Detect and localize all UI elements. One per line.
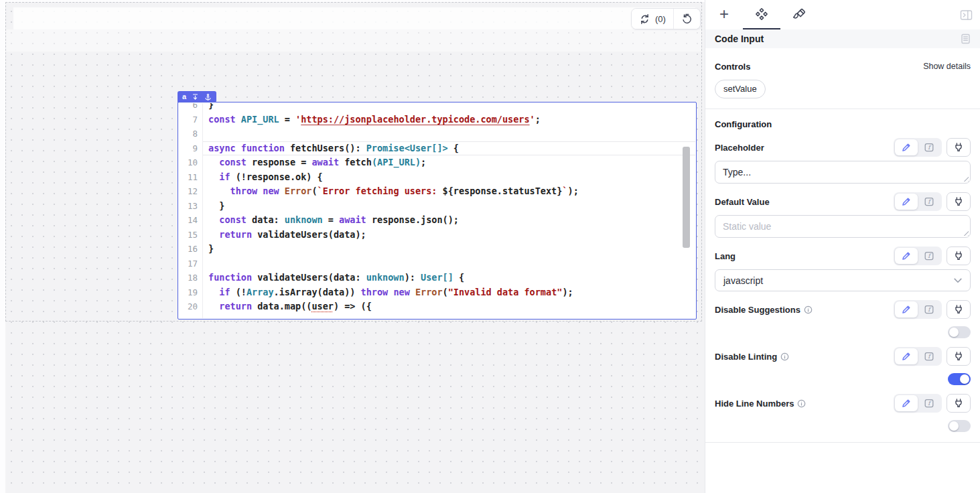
plug-icon bbox=[953, 142, 964, 153]
static-mode-button[interactable] bbox=[895, 395, 918, 411]
property-disable-linting: Disable Linting f bbox=[715, 347, 971, 385]
pencil-icon bbox=[901, 304, 912, 315]
info-icon[interactable] bbox=[780, 352, 789, 361]
binding-mode-segmented: f bbox=[894, 394, 942, 413]
svg-text:f: f bbox=[928, 353, 932, 360]
property-default-value: Default Value f Static value bbox=[715, 192, 971, 238]
method-chip-setvalue[interactable]: setValue bbox=[715, 80, 766, 98]
history-icon bbox=[681, 13, 693, 25]
tab-style[interactable] bbox=[780, 0, 818, 29]
toggle-knob bbox=[949, 421, 959, 431]
bind-data-button[interactable] bbox=[947, 300, 971, 319]
static-mode-button[interactable] bbox=[895, 194, 918, 210]
svg-text:f: f bbox=[928, 144, 932, 151]
code-content[interactable]: }const API_URL = 'https://jsonplaceholde… bbox=[203, 103, 695, 318]
bind-data-button[interactable] bbox=[947, 394, 971, 413]
history-button[interactable] bbox=[674, 9, 700, 29]
placeholder-input[interactable]: Type... bbox=[715, 161, 971, 184]
fx-mode-button[interactable]: f bbox=[918, 139, 940, 155]
widget-name: a bbox=[182, 91, 186, 102]
bind-data-button[interactable] bbox=[947, 246, 971, 265]
fx-mode-button[interactable]: f bbox=[918, 301, 940, 318]
property-control-buttons: f bbox=[894, 394, 971, 413]
svg-text:f: f bbox=[928, 198, 932, 205]
binding-mode-segmented: f bbox=[894, 138, 942, 157]
property-disable-suggestions: Disable Suggestions f bbox=[715, 300, 971, 338]
property-placeholder: Placeholder f Type... bbox=[715, 138, 971, 184]
plug-icon bbox=[953, 351, 964, 362]
panel-header: Code Input bbox=[705, 29, 980, 48]
binding-mode-segmented: f bbox=[894, 347, 942, 366]
plus-icon: + bbox=[719, 6, 729, 22]
pencil-icon bbox=[901, 196, 912, 207]
property-label-placeholder: Placeholder bbox=[715, 143, 764, 153]
collapse-panel-button[interactable] bbox=[959, 8, 973, 21]
plug-icon bbox=[953, 398, 964, 409]
toggle-knob bbox=[960, 374, 969, 384]
configuration-section-title: Configuration bbox=[715, 119, 971, 129]
hide-line-numbers-toggle[interactable] bbox=[948, 420, 971, 432]
anchor-icon[interactable] bbox=[204, 93, 212, 101]
brush-icon bbox=[792, 8, 806, 21]
fx-mode-button[interactable]: f bbox=[918, 248, 940, 264]
property-control-buttons: f bbox=[894, 138, 971, 157]
widget-name-badge[interactable]: a bbox=[178, 91, 216, 102]
components-icon bbox=[755, 7, 768, 21]
svg-text:f: f bbox=[928, 253, 932, 259]
refresh-count: (0) bbox=[655, 14, 666, 24]
bind-data-button[interactable] bbox=[947, 192, 971, 211]
fx-icon: f bbox=[924, 351, 934, 362]
disable-suggestions-toggle[interactable] bbox=[948, 326, 971, 338]
property-control-buttons: f bbox=[894, 347, 971, 366]
properties-panel: + Code Input Controls Show details setVa… bbox=[705, 0, 980, 493]
canvas-action-bar: (0) bbox=[631, 8, 701, 29]
pencil-icon bbox=[901, 251, 912, 261]
bind-data-button[interactable] bbox=[947, 347, 971, 366]
refresh-button[interactable]: (0) bbox=[632, 9, 673, 29]
property-label-default-value: Default Value bbox=[715, 197, 770, 207]
property-label-hide-line-numbers: Hide Line Numbers bbox=[715, 399, 794, 409]
resize-grip-icon[interactable] bbox=[963, 175, 969, 182]
code-input-widget[interactable]: 6789101112131415161718192021 }const API_… bbox=[178, 102, 697, 320]
code-scrollbar[interactable] bbox=[683, 147, 690, 248]
plug-icon bbox=[953, 251, 964, 261]
binding-mode-segmented: f bbox=[894, 300, 942, 319]
property-label-lang: Lang bbox=[715, 251, 736, 261]
binding-mode-segmented: f bbox=[894, 246, 942, 265]
static-mode-button[interactable] bbox=[895, 301, 918, 318]
static-mode-button[interactable] bbox=[895, 348, 918, 364]
fx-mode-button[interactable]: f bbox=[918, 395, 940, 411]
canvas[interactable]: (0) a 6789101112131415161718192021 }cons… bbox=[0, 0, 705, 493]
property-label-disable-linting: Disable Linting bbox=[715, 352, 777, 362]
tab-insert[interactable]: + bbox=[705, 0, 743, 29]
disable-linting-toggle[interactable] bbox=[948, 373, 971, 385]
fx-mode-button[interactable]: f bbox=[918, 348, 940, 364]
binding-mode-segmented: f bbox=[894, 192, 942, 211]
panel-tabs: + bbox=[705, 0, 980, 29]
info-icon[interactable] bbox=[797, 399, 806, 408]
bind-data-button[interactable] bbox=[947, 138, 971, 157]
svg-text:f: f bbox=[928, 306, 932, 313]
static-mode-button[interactable] bbox=[895, 248, 918, 264]
info-icon[interactable] bbox=[804, 305, 813, 314]
property-label-disable-suggestions: Disable Suggestions bbox=[715, 305, 800, 315]
toggle-knob bbox=[949, 328, 959, 337]
fx-mode-button[interactable]: f bbox=[918, 194, 940, 210]
tab-properties[interactable] bbox=[743, 0, 780, 29]
property-lang: Lang f javascript bbox=[715, 246, 971, 291]
lang-select[interactable]: javascript bbox=[715, 269, 971, 291]
fx-icon: f bbox=[924, 196, 934, 207]
widget-type-title: Code Input bbox=[715, 33, 764, 44]
property-control-buttons: f bbox=[894, 192, 971, 211]
arrow-down-to-line-icon[interactable] bbox=[192, 93, 199, 101]
static-mode-button[interactable] bbox=[895, 139, 918, 155]
docs-icon[interactable] bbox=[961, 33, 971, 44]
section-divider bbox=[705, 442, 980, 443]
svg-text:f: f bbox=[928, 400, 932, 407]
default-value-input[interactable]: Static value bbox=[715, 215, 971, 238]
resize-grip-icon[interactable] bbox=[963, 230, 969, 236]
code-editor[interactable]: 6789101112131415161718192021 }const API_… bbox=[179, 103, 695, 318]
plug-icon bbox=[953, 304, 964, 315]
fx-icon: f bbox=[924, 398, 934, 409]
show-details-link[interactable]: Show details bbox=[923, 62, 971, 71]
